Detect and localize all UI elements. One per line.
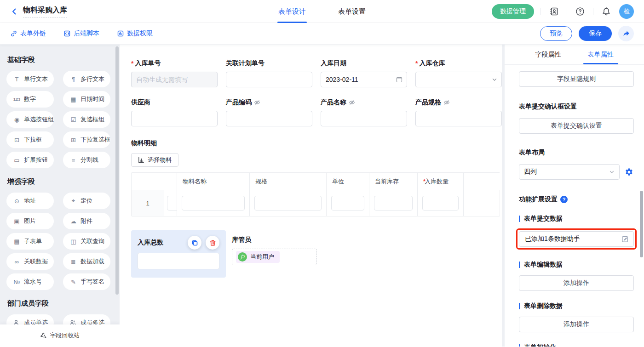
unit-input[interactable] [332,196,364,210]
sidebar-item-multi-text[interactable]: ¶多行文本 [63,71,110,87]
sidebar-item-linked-data[interactable]: ∞关联数据 [6,253,54,270]
tab-form-properties[interactable]: 表单属性 [588,45,614,64]
chart-bars-icon [138,157,144,163]
warehouse-select[interactable] [416,72,501,87]
group-title-submit-data: 表单提交数据 [519,215,634,223]
external-link-item[interactable]: 表单外链 [10,29,46,38]
sidebar-item-extend-button[interactable]: ▭扩展按钮 [6,152,54,168]
supplier-input[interactable] [132,111,217,126]
calendar-icon[interactable] [396,76,402,83]
sidebar-item-select[interactable]: ⊡下拉框 [6,131,54,148]
field-product-spec[interactable]: 产品规格 [415,98,502,126]
pin-icon: ⊙ [13,198,21,205]
field-recycle-bin[interactable]: 字段回收站 [0,324,120,347]
unit-cell [327,190,369,216]
external-link-label: 表单外链 [20,29,46,38]
selected-field-total[interactable]: 入库总数 [131,230,226,278]
sidebar-scrollbar[interactable] [115,46,119,295]
sidebar-item-member-single[interactable]: 成员单选 [6,314,54,324]
help-icon[interactable] [574,5,586,18]
select-icon: ⊡ [13,137,21,143]
sidebar-item-image[interactable]: ▣图片 [6,213,54,229]
field-plan-no[interactable]: 关联计划单号 [226,59,312,87]
field-inbound-no[interactable]: *入库单号 [131,59,218,87]
add-action-button-delete[interactable]: 添加操作 [519,317,634,332]
sidebar-item-subform[interactable]: ▤子表单 [6,233,54,250]
panel-scrollbar[interactable] [640,191,643,257]
page-title[interactable]: 物料采购入库 [23,6,67,17]
submit-confirm-settings-button[interactable]: 表单提交确认设置 [519,118,634,134]
keeper-value-box[interactable]: 户 当前用户 [232,249,317,265]
inbound-date-input[interactable] [321,72,407,87]
layout-select[interactable]: 四列 [519,164,620,180]
plan-no-input[interactable] [226,72,312,87]
spec-input[interactable] [255,196,321,210]
sidebar-item-signature[interactable]: ✎手写签名 [63,273,110,290]
data-permission-label: 数据权限 [127,29,153,38]
total-input[interactable] [138,253,219,269]
data-manage-button[interactable]: 数据管理 [492,4,534,19]
product-name-input[interactable] [321,111,407,126]
sidebar-item-member-multi[interactable]: 成员多选 [63,314,110,324]
properties-panel: 字段属性 表单属性 字段显隐规则 表单提交确认框设置 表单提交确认设置 表单布局… [505,45,644,347]
notification-bell-icon[interactable] [600,5,613,18]
tab-form-design[interactable]: 表单设计 [278,0,306,23]
back-icon[interactable] [10,7,18,16]
sidebar-item-radio-group[interactable]: ◉单选按钮组 [6,111,54,128]
sidebar-item-number[interactable]: 123数字 [6,91,54,108]
delete-field-button[interactable] [206,236,219,250]
share-button[interactable] [618,26,634,41]
backend-script-item[interactable]: 后端脚本 [63,29,99,38]
field-supplier[interactable]: 供应商 [131,98,218,126]
sidebar-item-single-text[interactable]: T单行文本 [6,71,54,87]
edit-icon[interactable] [621,235,629,243]
spec-cell [250,190,327,216]
product-spec-input[interactable] [416,111,501,126]
field-visibility-rules-button[interactable]: 字段显隐规则 [519,71,634,87]
copy-field-button[interactable] [188,236,201,250]
data-assistant-button[interactable]: 已添加1条数据助手 [519,231,634,247]
multi-text-icon: ¶ [69,76,77,83]
select-material-button[interactable]: 选择物料 [131,153,178,167]
field-product-code[interactable]: 产品编码 [226,98,312,126]
eye-off-icon [443,99,450,106]
chevron-down-icon[interactable] [492,77,497,82]
contact-book-icon[interactable] [547,5,560,18]
sidebar-item-serial-number[interactable]: №流水号 [6,273,54,290]
sidebar-item-checkbox-group[interactable]: ☑复选框组 [63,111,110,128]
col-header-unit: 单位 [327,173,369,190]
sidebar-item-divider[interactable]: ≡分割线 [63,152,110,168]
sidebar-item-locate[interactable]: ⌖定位 [63,193,110,209]
multi-select-icon: ⊞ [69,137,77,143]
layout-settings-gear-icon[interactable] [624,167,634,177]
preview-button[interactable]: 预览 [540,26,572,41]
question-icon[interactable]: ? [560,196,568,203]
field-warehouse[interactable]: *入库仓库 [415,59,502,87]
field-inbound-date[interactable]: 入库日期 [321,59,407,87]
field-warehouse-keeper[interactable]: 库管员 户 当前用户 [232,230,317,278]
section-title-member-fields: 部门成员字段 [7,299,113,308]
sidebar-item-lookup[interactable]: ◫关联查询 [63,233,110,250]
user-avatar[interactable]: 检 [619,4,634,19]
tab-form-settings[interactable]: 表单设置 [338,0,366,23]
add-action-button-edit[interactable]: 添加操作 [519,275,634,291]
current-user-tag[interactable]: 户 当前用户 [236,251,280,263]
tab-field-properties[interactable]: 字段属性 [535,45,561,64]
field-product-name[interactable]: 产品名称 [321,98,407,126]
data-permission-item[interactable]: 数据权限 [117,29,153,38]
current-stock-input[interactable] [374,196,412,210]
sidebar-item-attachment[interactable]: ☁附件 [63,213,110,229]
inbound-qty-input[interactable] [423,196,458,210]
empty-cell [464,190,500,216]
sidebar-item-multi-select[interactable]: ⊞下拉复选框 [63,131,110,148]
product-code-input[interactable] [226,111,312,126]
inbound-no-input[interactable] [132,72,217,87]
col-header-spec: 规格 [250,173,327,190]
material-name-input[interactable] [182,196,244,210]
col-header-clipped [164,173,177,190]
sidebar-item-datetime[interactable]: ▦日期时间 [63,91,110,108]
sidebar-item-data-load[interactable]: ≣数据加载 [63,253,110,270]
sidebar-item-address[interactable]: ⊙地址 [6,193,54,209]
save-button[interactable]: 保存 [579,26,612,41]
subform-icon: ▤ [13,238,21,245]
